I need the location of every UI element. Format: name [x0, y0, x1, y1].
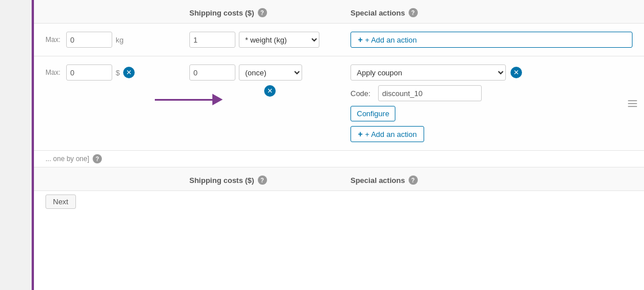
special-actions-label: Special actions	[350, 9, 405, 17]
max-label-row2: Max:	[45, 68, 63, 77]
bottom-shipping-costs-label: Shipping costs ($)	[189, 176, 254, 185]
plus-icon-row2: +	[358, 129, 363, 139]
action-dropdown-row2[interactable]: Apply coupon	[350, 64, 506, 81]
special-actions-row2: Apply coupon ✕ Code: Configure	[350, 64, 632, 142]
add-action-label-row2: + Add an action	[365, 130, 417, 139]
code-label: Code:	[350, 89, 374, 98]
add-action-row2-container: + + Add an action	[350, 126, 632, 142]
max-label-row1: Max:	[45, 36, 63, 44]
one-by-one-label: ... one by one]	[45, 155, 89, 163]
max-field-row2: Max: $ ✕	[45, 64, 184, 81]
configure-label: Configure	[357, 109, 389, 118]
add-action-button-row1[interactable]: + + Add an action	[350, 32, 632, 48]
remove-action-row2[interactable]: ✕	[510, 67, 522, 78]
action-select-row: Apply coupon ✕	[350, 64, 632, 81]
code-input[interactable]	[378, 85, 482, 101]
bottom-shipping-col-header: Shipping costs ($) ?	[189, 175, 339, 185]
shipping-field-row1: * weight (kg)	[189, 32, 339, 48]
code-row: Code:	[350, 85, 632, 101]
arrow-annotation	[155, 94, 223, 105]
max-unit-row1: kg	[116, 36, 124, 44]
bottom-special-actions-label: Special actions	[350, 176, 405, 185]
bottom-shipping-costs-help-icon[interactable]: ?	[258, 175, 267, 185]
shipping-value-input-row2[interactable]	[189, 64, 235, 81]
sidebar	[0, 0, 32, 290]
data-row-1: Max: kg * weight (kg) + + Add an action	[34, 24, 644, 56]
weight-dropdown-row1[interactable]: * weight (kg)	[239, 32, 319, 48]
footer-row: Next	[34, 190, 644, 212]
max-input-row2[interactable]	[66, 64, 112, 81]
remove-row2-extra: ✕	[264, 85, 276, 97]
page-wrapper: Shipping costs ($) ? Special actions ? M…	[0, 0, 644, 290]
arrow-head	[212, 94, 223, 105]
header-row: Shipping costs ($) ? Special actions ?	[34, 0, 644, 24]
configure-button[interactable]: Configure	[350, 106, 395, 121]
configure-row: Configure	[350, 106, 632, 121]
shipping-costs-help-icon[interactable]: ?	[258, 8, 267, 17]
next-button[interactable]: Next	[45, 194, 76, 209]
special-actions-row1: + + Add an action	[350, 32, 632, 48]
add-action-label-row1: + Add an action	[365, 36, 417, 44]
main-content: Shipping costs ($) ? Special actions ? M…	[32, 0, 644, 290]
one-by-one-help-icon[interactable]: ?	[93, 154, 102, 163]
special-actions-col-header: Special actions ?	[350, 8, 632, 17]
once-dropdown-row2[interactable]: (once)	[239, 64, 302, 81]
row2-menu-icon[interactable]	[626, 98, 639, 109]
one-by-one-row: ... one by one] ?	[34, 151, 644, 167]
bottom-special-actions-col-header: Special actions ?	[350, 175, 632, 185]
special-actions-help-icon[interactable]: ?	[409, 8, 418, 17]
shipping-col-header: Shipping costs ($) ?	[189, 8, 339, 17]
shipping-field-row2: (once)	[189, 64, 339, 81]
remove-row2-btn[interactable]: ✕	[264, 85, 276, 97]
remove-max-row2[interactable]: ✕	[123, 67, 135, 78]
arrow-line	[155, 99, 212, 101]
shipping-costs-label: Shipping costs ($)	[189, 9, 254, 17]
plus-icon-row1: +	[358, 35, 363, 44]
bottom-header-row: Shipping costs ($) ? Special actions ?	[34, 167, 644, 190]
data-row-2: Max: $ ✕ (once) Apply coupon ✕	[34, 56, 644, 151]
max-unit-row2: $	[116, 68, 120, 77]
bottom-special-actions-help-icon[interactable]: ?	[409, 175, 418, 185]
max-field-row1: Max: kg	[45, 32, 184, 48]
shipping-value-input-row1[interactable]	[189, 32, 235, 48]
add-action-button-row2[interactable]: + + Add an action	[350, 126, 424, 142]
max-input-row1[interactable]	[66, 32, 112, 48]
